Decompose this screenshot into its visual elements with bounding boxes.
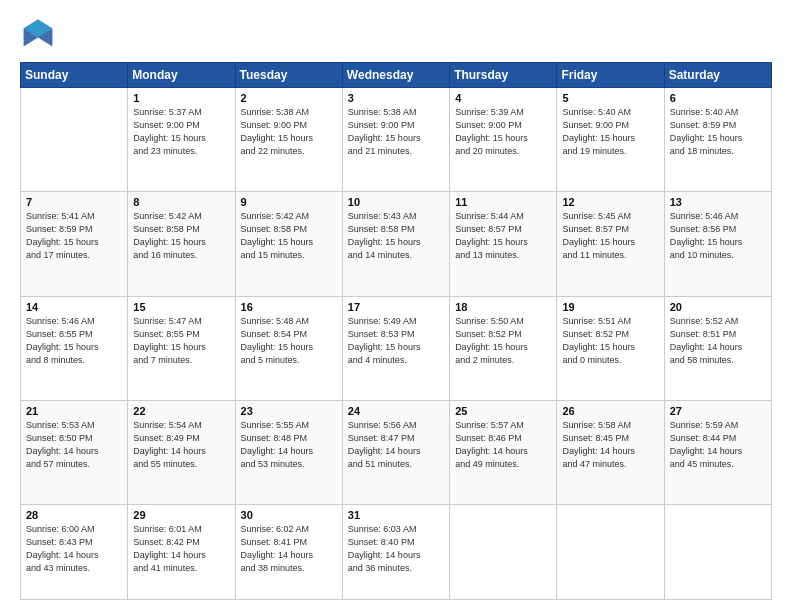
day-cell: 11Sunrise: 5:44 AMSunset: 8:57 PMDayligh… bbox=[450, 192, 557, 296]
day-cell: 28Sunrise: 6:00 AMSunset: 8:43 PMDayligh… bbox=[21, 505, 128, 600]
day-number: 29 bbox=[133, 509, 229, 521]
day-cell: 12Sunrise: 5:45 AMSunset: 8:57 PMDayligh… bbox=[557, 192, 664, 296]
col-header-tuesday: Tuesday bbox=[235, 63, 342, 88]
day-number: 11 bbox=[455, 196, 551, 208]
day-info: Sunrise: 5:42 AMSunset: 8:58 PMDaylight:… bbox=[133, 210, 229, 262]
day-number: 20 bbox=[670, 301, 766, 313]
day-number: 28 bbox=[26, 509, 122, 521]
page: SundayMondayTuesdayWednesdayThursdayFrid… bbox=[0, 0, 792, 612]
day-number: 8 bbox=[133, 196, 229, 208]
day-cell: 19Sunrise: 5:51 AMSunset: 8:52 PMDayligh… bbox=[557, 296, 664, 400]
day-info: Sunrise: 5:40 AMSunset: 8:59 PMDaylight:… bbox=[670, 106, 766, 158]
day-cell: 15Sunrise: 5:47 AMSunset: 8:55 PMDayligh… bbox=[128, 296, 235, 400]
day-info: Sunrise: 5:37 AMSunset: 9:00 PMDaylight:… bbox=[133, 106, 229, 158]
day-number: 19 bbox=[562, 301, 658, 313]
day-info: Sunrise: 5:59 AMSunset: 8:44 PMDaylight:… bbox=[670, 419, 766, 471]
day-cell: 8Sunrise: 5:42 AMSunset: 8:58 PMDaylight… bbox=[128, 192, 235, 296]
week-row-1: 1Sunrise: 5:37 AMSunset: 9:00 PMDaylight… bbox=[21, 88, 772, 192]
day-cell: 24Sunrise: 5:56 AMSunset: 8:47 PMDayligh… bbox=[342, 400, 449, 504]
day-cell: 4Sunrise: 5:39 AMSunset: 9:00 PMDaylight… bbox=[450, 88, 557, 192]
day-cell bbox=[21, 88, 128, 192]
day-number: 6 bbox=[670, 92, 766, 104]
day-number: 5 bbox=[562, 92, 658, 104]
col-header-saturday: Saturday bbox=[664, 63, 771, 88]
day-number: 9 bbox=[241, 196, 337, 208]
logo-icon bbox=[20, 16, 56, 52]
day-info: Sunrise: 5:46 AMSunset: 8:56 PMDaylight:… bbox=[670, 210, 766, 262]
day-number: 21 bbox=[26, 405, 122, 417]
day-cell: 25Sunrise: 5:57 AMSunset: 8:46 PMDayligh… bbox=[450, 400, 557, 504]
day-number: 25 bbox=[455, 405, 551, 417]
day-number: 13 bbox=[670, 196, 766, 208]
day-cell bbox=[557, 505, 664, 600]
day-info: Sunrise: 5:38 AMSunset: 9:00 PMDaylight:… bbox=[348, 106, 444, 158]
day-cell: 21Sunrise: 5:53 AMSunset: 8:50 PMDayligh… bbox=[21, 400, 128, 504]
day-info: Sunrise: 5:42 AMSunset: 8:58 PMDaylight:… bbox=[241, 210, 337, 262]
day-number: 24 bbox=[348, 405, 444, 417]
col-header-friday: Friday bbox=[557, 63, 664, 88]
col-header-wednesday: Wednesday bbox=[342, 63, 449, 88]
week-row-2: 7Sunrise: 5:41 AMSunset: 8:59 PMDaylight… bbox=[21, 192, 772, 296]
day-info: Sunrise: 6:00 AMSunset: 8:43 PMDaylight:… bbox=[26, 523, 122, 575]
day-info: Sunrise: 5:46 AMSunset: 8:55 PMDaylight:… bbox=[26, 315, 122, 367]
col-header-thursday: Thursday bbox=[450, 63, 557, 88]
day-cell: 31Sunrise: 6:03 AMSunset: 8:40 PMDayligh… bbox=[342, 505, 449, 600]
day-cell: 22Sunrise: 5:54 AMSunset: 8:49 PMDayligh… bbox=[128, 400, 235, 504]
day-info: Sunrise: 5:49 AMSunset: 8:53 PMDaylight:… bbox=[348, 315, 444, 367]
day-number: 7 bbox=[26, 196, 122, 208]
day-cell: 1Sunrise: 5:37 AMSunset: 9:00 PMDaylight… bbox=[128, 88, 235, 192]
day-cell: 17Sunrise: 5:49 AMSunset: 8:53 PMDayligh… bbox=[342, 296, 449, 400]
day-number: 30 bbox=[241, 509, 337, 521]
day-number: 3 bbox=[348, 92, 444, 104]
day-number: 2 bbox=[241, 92, 337, 104]
day-number: 18 bbox=[455, 301, 551, 313]
logo bbox=[20, 16, 62, 52]
day-info: Sunrise: 5:47 AMSunset: 8:55 PMDaylight:… bbox=[133, 315, 229, 367]
calendar-table: SundayMondayTuesdayWednesdayThursdayFrid… bbox=[20, 62, 772, 600]
day-cell: 7Sunrise: 5:41 AMSunset: 8:59 PMDaylight… bbox=[21, 192, 128, 296]
day-number: 27 bbox=[670, 405, 766, 417]
day-cell: 10Sunrise: 5:43 AMSunset: 8:58 PMDayligh… bbox=[342, 192, 449, 296]
day-info: Sunrise: 5:54 AMSunset: 8:49 PMDaylight:… bbox=[133, 419, 229, 471]
day-cell: 30Sunrise: 6:02 AMSunset: 8:41 PMDayligh… bbox=[235, 505, 342, 600]
day-number: 15 bbox=[133, 301, 229, 313]
day-cell: 16Sunrise: 5:48 AMSunset: 8:54 PMDayligh… bbox=[235, 296, 342, 400]
day-info: Sunrise: 5:51 AMSunset: 8:52 PMDaylight:… bbox=[562, 315, 658, 367]
col-header-monday: Monday bbox=[128, 63, 235, 88]
day-info: Sunrise: 5:58 AMSunset: 8:45 PMDaylight:… bbox=[562, 419, 658, 471]
day-number: 12 bbox=[562, 196, 658, 208]
day-info: Sunrise: 6:02 AMSunset: 8:41 PMDaylight:… bbox=[241, 523, 337, 575]
day-cell: 23Sunrise: 5:55 AMSunset: 8:48 PMDayligh… bbox=[235, 400, 342, 504]
day-cell: 3Sunrise: 5:38 AMSunset: 9:00 PMDaylight… bbox=[342, 88, 449, 192]
day-number: 14 bbox=[26, 301, 122, 313]
day-number: 26 bbox=[562, 405, 658, 417]
day-info: Sunrise: 6:01 AMSunset: 8:42 PMDaylight:… bbox=[133, 523, 229, 575]
day-cell: 27Sunrise: 5:59 AMSunset: 8:44 PMDayligh… bbox=[664, 400, 771, 504]
day-cell: 13Sunrise: 5:46 AMSunset: 8:56 PMDayligh… bbox=[664, 192, 771, 296]
day-cell: 5Sunrise: 5:40 AMSunset: 9:00 PMDaylight… bbox=[557, 88, 664, 192]
day-cell: 14Sunrise: 5:46 AMSunset: 8:55 PMDayligh… bbox=[21, 296, 128, 400]
header bbox=[20, 16, 772, 52]
day-info: Sunrise: 5:48 AMSunset: 8:54 PMDaylight:… bbox=[241, 315, 337, 367]
day-info: Sunrise: 5:43 AMSunset: 8:58 PMDaylight:… bbox=[348, 210, 444, 262]
day-info: Sunrise: 5:44 AMSunset: 8:57 PMDaylight:… bbox=[455, 210, 551, 262]
day-number: 4 bbox=[455, 92, 551, 104]
day-info: Sunrise: 5:50 AMSunset: 8:52 PMDaylight:… bbox=[455, 315, 551, 367]
day-cell: 20Sunrise: 5:52 AMSunset: 8:51 PMDayligh… bbox=[664, 296, 771, 400]
day-info: Sunrise: 5:57 AMSunset: 8:46 PMDaylight:… bbox=[455, 419, 551, 471]
day-info: Sunrise: 6:03 AMSunset: 8:40 PMDaylight:… bbox=[348, 523, 444, 575]
day-number: 10 bbox=[348, 196, 444, 208]
day-number: 23 bbox=[241, 405, 337, 417]
week-row-3: 14Sunrise: 5:46 AMSunset: 8:55 PMDayligh… bbox=[21, 296, 772, 400]
day-info: Sunrise: 5:53 AMSunset: 8:50 PMDaylight:… bbox=[26, 419, 122, 471]
day-info: Sunrise: 5:40 AMSunset: 9:00 PMDaylight:… bbox=[562, 106, 658, 158]
day-cell bbox=[664, 505, 771, 600]
day-number: 16 bbox=[241, 301, 337, 313]
day-cell: 18Sunrise: 5:50 AMSunset: 8:52 PMDayligh… bbox=[450, 296, 557, 400]
week-row-4: 21Sunrise: 5:53 AMSunset: 8:50 PMDayligh… bbox=[21, 400, 772, 504]
day-info: Sunrise: 5:41 AMSunset: 8:59 PMDaylight:… bbox=[26, 210, 122, 262]
calendar-header-row: SundayMondayTuesdayWednesdayThursdayFrid… bbox=[21, 63, 772, 88]
day-info: Sunrise: 5:52 AMSunset: 8:51 PMDaylight:… bbox=[670, 315, 766, 367]
day-cell: 26Sunrise: 5:58 AMSunset: 8:45 PMDayligh… bbox=[557, 400, 664, 504]
col-header-sunday: Sunday bbox=[21, 63, 128, 88]
